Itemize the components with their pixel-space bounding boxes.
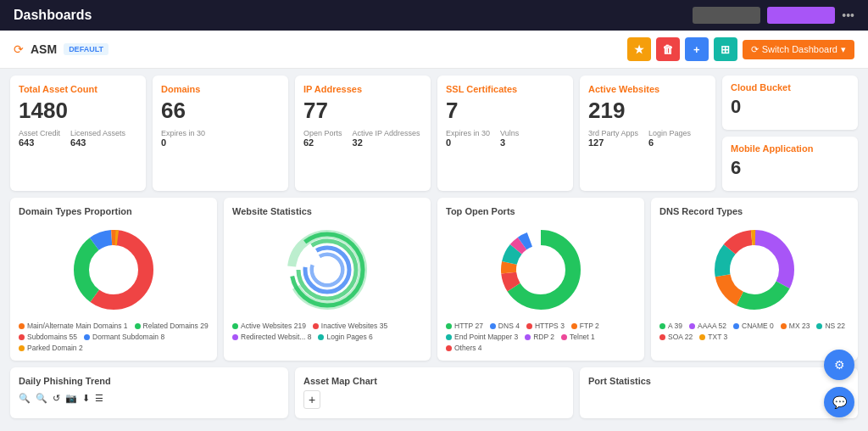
stat-card-domains: Domains 66 Expires in 30 0 (153, 76, 288, 191)
stat-value-ssl: 7 (446, 98, 565, 124)
asset-map-toolbar: + (303, 393, 565, 406)
stat-sub-3rdparty: 3rd Party Apps 127 (588, 129, 638, 148)
legend-active-websites: Active Websites 219 (232, 322, 306, 330)
svg-point-5 (90, 246, 137, 294)
stat-value-domains: 66 (161, 98, 280, 124)
asm-icon: ⟳ (14, 42, 24, 56)
svg-point-11 (314, 256, 341, 283)
chart-legend-dns: A 39 AAAA 52 CNAME 0 MX 23 NS 22 SOA 22 … (659, 322, 849, 341)
legend-ftp: FTP 2 (571, 322, 599, 330)
legend-https: HTTPS 3 (526, 322, 565, 330)
grid-button[interactable]: ⊞ (714, 37, 737, 61)
chart-title-phishing: Daily Phishing Trend (19, 376, 280, 386)
chart-title-port-stats: Port Statistics (588, 376, 849, 386)
legend-dormant: Dormant Subdomain 8 (84, 333, 164, 341)
bottom-card-asset-map: Asset Map Chart + (295, 367, 573, 418)
donut-website-stats (232, 223, 422, 316)
legend-dns: DNS 4 (490, 322, 520, 330)
star-button[interactable]: ★ (627, 37, 651, 61)
chart-title-dns-records: DNS Record Types (659, 206, 849, 216)
legend-redirected: Redirected Websit... 8 (232, 333, 311, 341)
svg-point-25 (731, 246, 778, 294)
stat-title-cloud-bucket: Cloud Bucket (731, 82, 849, 92)
stat-title-mobile-app: Mobile Application (731, 143, 849, 154)
switch-icon: ⟳ (751, 44, 759, 55)
legend-ns: NS 22 (816, 322, 845, 330)
plus-icon[interactable]: + (303, 390, 320, 409)
more-options[interactable]: ••• (842, 8, 854, 22)
legend-http: HTTP 27 (446, 322, 483, 330)
stat-sub-ip: Open Ports 62 Active IP Addresses 32 (303, 129, 422, 148)
legend-parked: Parked Domain 2 (19, 344, 83, 352)
stat-card-ip: IP Addresses 77 Open Ports 62 Active IP … (295, 76, 431, 191)
stat-sub-ssl: Expires in 30 0 Vulns 3 (446, 129, 565, 148)
legend-main-domains: Main/Alternate Main Domains 1 (19, 322, 128, 330)
floating-buttons: ⚙ 💬 (824, 350, 854, 417)
asm-label: ASM (31, 42, 57, 56)
menu-icon[interactable]: ☰ (95, 393, 103, 404)
legend-soa: SOA 22 (659, 333, 693, 341)
zoom-in-icon[interactable]: 🔍 (19, 393, 31, 404)
zoom-out-icon[interactable]: 🔍 (36, 393, 47, 404)
switch-dashboard-button[interactable]: ⟳ Switch Dashboard ▾ (743, 40, 854, 59)
add-button[interactable]: + (685, 37, 709, 61)
charts-row: Domain Types Proportion Main/Alternate M… (0, 198, 868, 367)
chart-title-top-ports: Top Open Ports (446, 206, 636, 216)
download-icon[interactable]: ⬇ (82, 393, 90, 404)
stat-value-mobile-app: 6 (731, 157, 849, 179)
stat-sub-total-asset: Asset Credit 643 Licensed Assets 643 (19, 129, 137, 148)
stat-card-mobile-app: Mobile Application 6 (722, 137, 858, 191)
bottom-row: Daily Phishing Trend 🔍 🔍 ↺ 📷 ⬇ ☰ Asset M… (0, 367, 868, 425)
stat-sub-active-ip: Active IP Addresses 32 (353, 129, 420, 148)
stat-card-total-asset: Total Asset Count 1480 Asset Credit 643 … (10, 76, 146, 191)
stat-sub-expires-30: Expires in 30 0 (161, 129, 205, 148)
donut-top-ports (446, 223, 636, 316)
reset-icon[interactable]: ↺ (53, 393, 60, 404)
stat-sub-ssl-expires: Expires in 30 0 (446, 129, 490, 148)
bottom-card-phishing: Daily Phishing Trend 🔍 🔍 ↺ 📷 ⬇ ☰ (10, 367, 288, 418)
camera-icon[interactable]: 📷 (65, 393, 77, 404)
chart-legend-domain-types: Main/Alternate Main Domains 1 Related Do… (19, 322, 209, 352)
bottom-card-port-stats: Port Statistics (580, 367, 858, 418)
legend-inactive-websites: Inactive Websites 35 (313, 322, 387, 330)
stat-title-total-asset: Total Asset Count (19, 84, 137, 94)
svg-point-18 (517, 246, 565, 294)
stat-value-total-asset: 1480 (19, 98, 137, 124)
settings-float-button[interactable]: ⚙ (824, 350, 854, 380)
legend-login-pages: Login Pages 6 (318, 333, 372, 341)
stat-sub-login-pages: Login Pages 6 (648, 129, 691, 148)
delete-button[interactable]: 🗑 (656, 37, 680, 61)
chat-float-button[interactable]: 💬 (824, 387, 854, 417)
top-nav-right: ••• (693, 7, 854, 24)
legend-a: A 39 (659, 322, 682, 330)
phishing-toolbar: 🔍 🔍 ↺ 📷 ⬇ ☰ (19, 393, 280, 404)
donut-domain-types (19, 223, 209, 316)
stat-sub-open-ports: Open Ports 62 (303, 129, 342, 148)
stat-sub-asset-credit: Asset Credit 643 (19, 129, 60, 148)
chart-top-ports: Top Open Ports HTTP 27 DNS 4 HTTPS 3 (437, 198, 644, 361)
stat-card-websites: Active Websites 219 3rd Party Apps 127 L… (580, 76, 715, 191)
chart-dns-records: DNS Record Types A 39 AAAA 52 CNAME (651, 198, 858, 361)
sub-header-actions: ★ 🗑 + ⊞ ⟳ Switch Dashboard ▾ (627, 37, 854, 61)
stat-value-websites: 219 (588, 98, 707, 124)
stat-title-websites: Active Websites (588, 84, 707, 94)
donut-dns-records (659, 223, 849, 316)
stat-title-ssl: SSL Certificates (446, 84, 565, 94)
chart-legend-website-stats: Active Websites 219 Inactive Websites 35… (232, 322, 422, 341)
stat-sub-domains: Expires in 30 0 (161, 129, 280, 148)
chevron-down-icon: ▾ (841, 44, 846, 55)
stat-card-cloud-bucket: Cloud Bucket 0 (722, 76, 858, 130)
chart-title-asset-map: Asset Map Chart (303, 376, 565, 386)
legend-aaaa: AAAA 52 (689, 322, 726, 330)
chart-domain-types: Domain Types Proportion Main/Alternate M… (10, 198, 217, 361)
legend-related-domains: Related Domains 29 (135, 322, 209, 330)
stat-sub-licensed-assets: Licensed Assets 643 (70, 129, 125, 148)
default-badge: DEFAULT (64, 43, 108, 55)
legend-cname: CNAME 0 (733, 322, 774, 330)
stat-sub-ssl-vulns: Vulns 3 (500, 129, 519, 148)
chart-title-domain-types: Domain Types Proportion (19, 206, 209, 216)
legend-subdomains: Subdomains 55 (19, 333, 77, 341)
legend-endpoint: End Point Mapper 3 (446, 333, 518, 341)
stat-value-cloud-bucket: 0 (731, 96, 849, 118)
chart-legend-top-ports: HTTP 27 DNS 4 HTTPS 3 FTP 2 End Point Ma… (446, 322, 636, 352)
